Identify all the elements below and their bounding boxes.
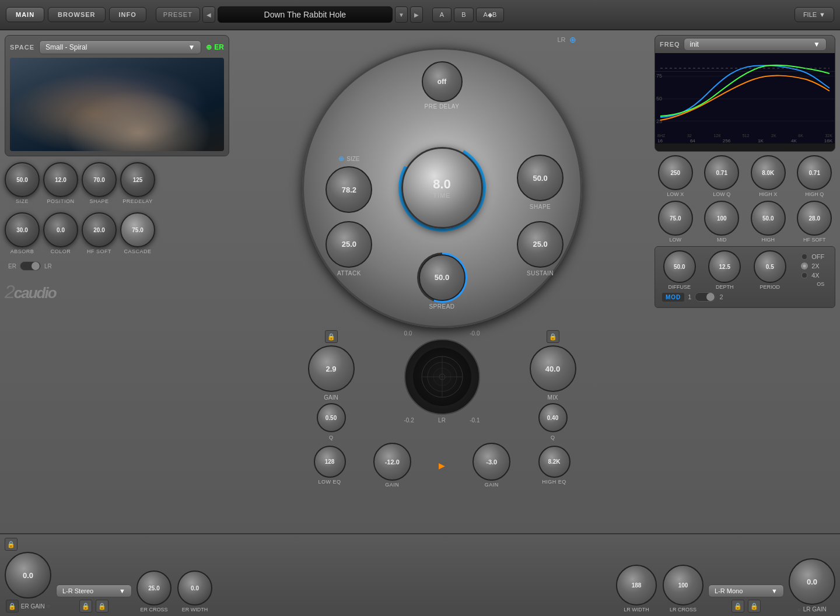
cascade-knob[interactable]: 75.0 bbox=[120, 212, 155, 247]
period-knob[interactable]: 0.5 bbox=[754, 250, 786, 283]
stereo-mode-dropdown[interactable]: L-R Stereo ▼ bbox=[56, 584, 132, 597]
low-eq-knob[interactable]: 128 bbox=[314, 446, 346, 478]
main-content: SPACE Small - Spiral ▼ ⊕ ER 50.0 SI bbox=[0, 30, 840, 533]
os-2x-radio[interactable]: 2X bbox=[801, 262, 824, 270]
sustain-circle-label: SUSTAIN bbox=[527, 270, 554, 276]
time-knob[interactable]: 8.0 TIME bbox=[401, 147, 483, 229]
gain-low-knob[interactable]: -12.0 bbox=[373, 443, 411, 481]
high-eq-knob[interactable]: 8.2K bbox=[538, 446, 570, 478]
er-lr-toggle-switch[interactable] bbox=[20, 261, 41, 271]
mix-lock-button[interactable]: 🔒 bbox=[547, 330, 559, 343]
high-x-knob[interactable]: 8.0K bbox=[751, 155, 786, 190]
predelay-circle-label: PRE DELAY bbox=[425, 103, 460, 110]
attack-circle-knob[interactable]: 25.0 bbox=[326, 221, 372, 268]
predelay-knob[interactable]: 125 bbox=[120, 162, 155, 197]
hf-soft-value: 20.0 bbox=[93, 227, 104, 233]
hf-soft-right-knob[interactable]: 28.0 bbox=[797, 201, 832, 236]
freq-dropdown[interactable]: init ▼ bbox=[684, 38, 827, 51]
space-label: SPACE bbox=[10, 44, 34, 51]
attack-circle-wrap: 25.0 ATTACK bbox=[326, 221, 372, 276]
size-knob[interactable]: 50.0 bbox=[5, 162, 40, 197]
freq-x-labels-sub: 8HZ 32 128 512 2K 8K 32K bbox=[655, 134, 835, 138]
high-q-knob[interactable]: 0.71 bbox=[797, 155, 832, 190]
b-button[interactable]: B bbox=[454, 8, 473, 22]
diffuse-knob[interactable]: 50.0 bbox=[663, 250, 696, 283]
mix-lock-row: 🔒 bbox=[547, 330, 559, 343]
mix-knob[interactable]: 40.0 bbox=[530, 345, 576, 392]
position-knob[interactable]: 12.0 bbox=[43, 162, 78, 197]
gain-q-knob[interactable]: 0.50 bbox=[317, 403, 346, 432]
gain-knob[interactable]: 2.9 bbox=[308, 345, 355, 392]
er-gain-knob[interactable]: 0.0 bbox=[5, 552, 51, 598]
lr-gain-knob[interactable]: 0.0 bbox=[789, 558, 835, 605]
er-gain-lock-row: 🔒 bbox=[5, 538, 51, 551]
sustain-circle-knob[interactable]: 25.0 bbox=[517, 221, 564, 268]
preset-prev-arrow[interactable]: ◀ bbox=[202, 6, 215, 23]
bottom-strip: 🔒 0.0 🔒 ER GAIN ○ L-R Stereo ▼ 🔒 🔒 25.0 … bbox=[0, 533, 840, 616]
link-chain-icon: ⊕ bbox=[206, 43, 212, 51]
mod-toggle-thumb bbox=[706, 293, 715, 301]
main-tab[interactable]: MAIN bbox=[6, 7, 44, 22]
os-4x-radio[interactable]: 4X bbox=[801, 272, 824, 279]
mono-lock-row: 🔒 🔒 bbox=[732, 600, 761, 612]
low-q-knob[interactable]: 0.71 bbox=[704, 155, 739, 190]
gain-low-col: -12.0 GAIN bbox=[373, 443, 411, 488]
stereo-left-lock[interactable]: 🔒 bbox=[79, 600, 92, 612]
freq-label: FREQ bbox=[660, 41, 680, 48]
depth-knob[interactable]: 12.5 bbox=[708, 250, 741, 283]
gain-high-col: -3.0 GAIN bbox=[473, 443, 510, 488]
preset-dropdown-btn[interactable]: ▼ bbox=[395, 6, 408, 23]
er-width-knob[interactable]: 0.0 bbox=[177, 570, 212, 606]
high-knob[interactable]: 50.0 bbox=[751, 201, 786, 236]
hf-soft-knob[interactable]: 20.0 bbox=[82, 212, 117, 247]
os-off-radio[interactable]: OFF bbox=[801, 253, 824, 260]
browser-tab[interactable]: BROWSER bbox=[48, 7, 105, 22]
mod-toggle-switch[interactable] bbox=[695, 292, 716, 302]
lr-width-knob[interactable]: 188 bbox=[616, 565, 657, 606]
gain-q-label: Q bbox=[329, 435, 333, 440]
mono-right-lock[interactable]: 🔒 bbox=[748, 600, 761, 612]
shape-knob[interactable]: 70.0 bbox=[82, 162, 117, 197]
file-button[interactable]: FILE ▼ bbox=[794, 7, 834, 22]
lr-cross-knob[interactable]: 100 bbox=[663, 565, 704, 606]
absorb-knob[interactable]: 30.0 bbox=[5, 212, 40, 247]
er-gain-indicator: ○ bbox=[47, 603, 50, 609]
size-circle-knob[interactable]: 78.2 bbox=[326, 166, 372, 213]
position-value: 12.0 bbox=[55, 177, 66, 183]
er-gain-lock-button[interactable]: 🔒 bbox=[5, 538, 18, 551]
color-value: 0.0 bbox=[57, 227, 65, 233]
gain-playback-button[interactable]: ▶ bbox=[439, 461, 445, 470]
stereo-right-lock[interactable]: 🔒 bbox=[96, 600, 108, 612]
low-knob[interactable]: 75.0 bbox=[658, 201, 693, 236]
mod-knob-row: 50.0 DIFFUSE 12.5 DEPTH 0.5 PERIOD bbox=[659, 250, 831, 290]
shape-circle-knob[interactable]: 50.0 bbox=[517, 155, 564, 201]
low-x-knob[interactable]: 250 bbox=[658, 155, 693, 190]
mix-q-knob[interactable]: 0.40 bbox=[538, 403, 568, 432]
lr-link-icon: ⊕ bbox=[569, 35, 576, 44]
spread-circle-value: 50.0 bbox=[435, 273, 449, 282]
mono-mode-dropdown[interactable]: L-R Mono ▼ bbox=[708, 584, 784, 597]
a-button[interactable]: A bbox=[432, 8, 452, 22]
freq-x-1k: 1K bbox=[758, 138, 764, 144]
er-gain-bottom-lock[interactable]: 🔒 bbox=[6, 600, 19, 612]
er-width-label: ER WIDTH bbox=[182, 607, 208, 612]
ab-button[interactable]: A◆B bbox=[476, 8, 505, 22]
high-q-value: 0.71 bbox=[809, 170, 820, 176]
mix-q-value: 0.40 bbox=[547, 415, 558, 421]
stereo-mode-section: L-R Stereo ▼ 🔒 🔒 bbox=[56, 584, 132, 612]
color-label: COLOR bbox=[51, 249, 71, 254]
predelay-circle-knob[interactable]: off bbox=[422, 61, 463, 102]
space-dropdown[interactable]: Small - Spiral ▼ bbox=[39, 40, 201, 54]
info-tab[interactable]: INFO bbox=[109, 7, 146, 22]
mid-knob[interactable]: 100 bbox=[704, 201, 739, 236]
er-cross-knob[interactable]: 25.0 bbox=[136, 570, 172, 606]
preset-next-arrow[interactable]: ▶ bbox=[410, 6, 423, 23]
gain-lock-button[interactable]: 🔒 bbox=[325, 330, 338, 343]
freq-x-16: 16 bbox=[657, 138, 663, 144]
gain-high-knob[interactable]: -3.0 bbox=[473, 443, 510, 481]
mono-left-lock[interactable]: 🔒 bbox=[732, 600, 744, 612]
color-knob[interactable]: 0.0 bbox=[43, 212, 78, 247]
spread-circle-knob[interactable]: 50.0 bbox=[419, 254, 466, 301]
lr-toggle-label: LR bbox=[44, 263, 52, 270]
spiral-staircase-image bbox=[10, 58, 224, 151]
